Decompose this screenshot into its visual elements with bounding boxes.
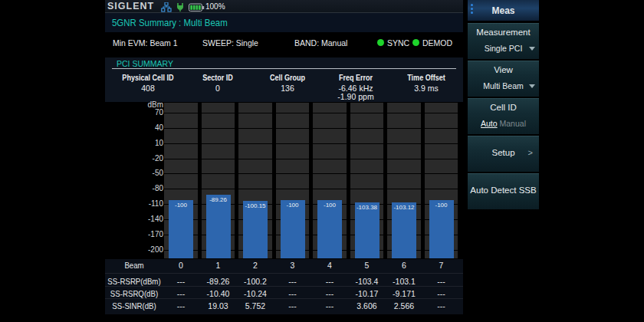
y-tick-label: -170 [105, 231, 163, 238]
battery-percentage: 100% [205, 2, 225, 11]
gridline [164, 173, 198, 174]
gridline [276, 189, 310, 189]
chart-column-beam-0: -100 [164, 103, 198, 258]
softkey-label: Auto Detect SSB [468, 186, 539, 195]
sync-led-icon [377, 39, 384, 46]
pci-field-time-offset: Time Offset3.9 ms [380, 74, 472, 93]
meas-menu-label: Meas [468, 5, 539, 16]
ss-rsrq-db-cell-beam-4: --- [311, 288, 348, 299]
option-auto[interactable]: Auto [481, 119, 498, 128]
ss-rsrq-db-cell-beam-3: --- [274, 288, 311, 299]
ss-rsrq-db-cell-beam-1: -10.40 [200, 288, 237, 299]
softkey-cell-id[interactable]: Cell IDAuto Manual [468, 98, 539, 134]
beam-header-row: Beam01234567 [105, 260, 463, 271]
ss-rsrp-dbm-cell-beam-2: -100.2 [237, 276, 274, 287]
bar-value-label: -100 [317, 202, 342, 209]
bar-value-label: -103.12 [392, 204, 416, 211]
softkey-menu: Meas MeasurementSingle PCIViewMulti Beam… [468, 0, 539, 322]
beam-power-bar-6: -103.12 [392, 202, 416, 258]
instrument-screen: SIGLENT [105, 0, 463, 322]
ss-rsrp-dbm-label: SS-RSRP(dBm) [107, 276, 161, 287]
beam-results-table: Beam01234567SS-RSRP(dBm)----89.26-100.2-… [105, 259, 463, 314]
beam-power-bar-3: -100 [281, 200, 305, 258]
title-bar: 5GNR Summary : Multi Beam [105, 13, 463, 32]
ss-sinr-db-cell-beam-3: --- [274, 301, 311, 311]
gridline [313, 189, 347, 189]
chevron-down-icon [529, 47, 535, 51]
gridline [425, 159, 458, 159]
chart-column-beam-1: -89.26 [202, 103, 235, 258]
gridline [425, 173, 458, 174]
gridline [313, 173, 347, 174]
ss-rsrq-db-cell-beam-2: -10.24 [237, 288, 274, 299]
ss-sinr-db-cell-beam-5: 3.606 [349, 301, 386, 311]
chart-column-beam-4: -100 [313, 103, 347, 258]
bar-value-label: -100 [281, 202, 305, 209]
y-tick-label: 10 [105, 140, 163, 147]
bar-value-label: -89.26 [206, 196, 231, 203]
gridline [387, 143, 421, 144]
gridline [276, 173, 310, 174]
table-row-divider [105, 273, 463, 274]
beam-power-bar-2: -100.15 [243, 201, 268, 258]
table-row-divider [105, 286, 463, 287]
chart-column-beam-7: -100 [425, 103, 458, 258]
beam-header-cell-beam-0: 0 [163, 260, 199, 271]
gridline [425, 143, 458, 144]
ss-sinr-db-cell-beam-0: --- [163, 301, 199, 311]
y-tick-label: -50 [105, 169, 163, 177]
ss-sinr-db-cell-beam-4: --- [311, 301, 348, 311]
softkey-label: View [468, 65, 539, 74]
gridline [238, 143, 272, 144]
beam-power-bar-5: -103.38 [355, 202, 380, 258]
gridline [276, 113, 310, 113]
chevron-right-icon: > [528, 148, 533, 157]
ss-sinr-db-cell-beam-7: --- [423, 301, 460, 311]
gridline [202, 173, 235, 174]
ss-rsrp-dbm-row: SS-RSRP(dBm)----89.26-100.2-------103.4-… [105, 276, 463, 287]
gridline [202, 189, 235, 189]
page-title: 5GNR Summary : Multi Beam [112, 17, 228, 28]
softkey-setup[interactable]: Setup> [468, 136, 539, 172]
pci-summary-divider [112, 68, 456, 69]
gridline [313, 128, 347, 129]
bar-value-label: -100.15 [243, 202, 268, 209]
pci-summary-heading: PCI SUMMARY [117, 59, 173, 68]
gridline [238, 128, 272, 129]
gridline [425, 128, 458, 129]
gridline [313, 113, 347, 113]
softkey-measurement[interactable]: MeasurementSingle PCI [468, 23, 539, 59]
option-manual[interactable]: Manual [500, 119, 526, 128]
gridline [350, 143, 384, 144]
ss-rsrq-db-cell-beam-0: --- [163, 288, 199, 299]
ss-rsrq-db-label: SS-RSRQ(dB) [107, 288, 161, 299]
ss-rsrp-dbm-cell-beam-7: --- [423, 276, 460, 287]
y-tick-label: -140 [105, 215, 163, 223]
y-tick-label: -80 [105, 185, 163, 192]
table-row-divider [105, 298, 463, 299]
gridline [387, 173, 421, 174]
beam-power-chart: dBm 704010-20-50-80-110-140-170-200 -100… [105, 102, 463, 259]
demod-label: DEMOD [422, 38, 452, 48]
y-tick-label: 70 [105, 109, 163, 117]
gridline [238, 189, 272, 189]
y-tick-label: -20 [105, 155, 163, 163]
beam-header-cell-beam-7: 7 [423, 260, 460, 271]
softkey-view[interactable]: ViewMulti Beam [468, 61, 539, 97]
gridline [350, 189, 384, 189]
screenshot-stage: SIGLENT [0, 0, 644, 322]
gridline [350, 113, 384, 113]
sync-label: SYNC [387, 38, 409, 48]
softkey-auto-detect-ssb[interactable]: Auto Detect SSB [468, 173, 539, 209]
gridline [202, 113, 235, 113]
ss-rsrq-db-cell-beam-7: --- [423, 288, 460, 299]
gridline [238, 113, 272, 113]
meas-menu-button[interactable]: Meas [468, 0, 539, 21]
gridline [202, 128, 235, 129]
gridline [276, 128, 310, 129]
bar-value-label: -103.38 [355, 204, 380, 211]
chevron-down-icon [529, 84, 535, 88]
ss-sinr-db-cell-beam-1: 19.03 [200, 301, 237, 311]
gridline [276, 143, 310, 144]
chart-column-beam-3: -100 [276, 103, 310, 258]
